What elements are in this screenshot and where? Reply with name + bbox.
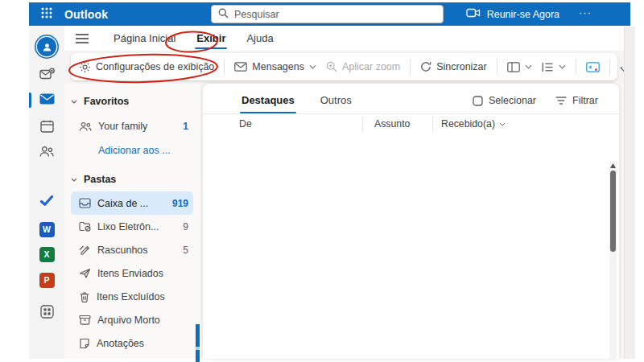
outlook-window: Outlook Reunir-se Agora ··· (0, 0, 644, 362)
topbar-more-button[interactable]: ··· (579, 6, 592, 22)
chevron-down-icon (71, 178, 77, 182)
column-from[interactable]: De (239, 118, 252, 130)
mail-icon (39, 93, 55, 108)
folder-count: 9 (183, 221, 188, 232)
add-to-favorites-link[interactable]: Adicionar aos ... (71, 138, 193, 162)
todo-check-icon (39, 195, 54, 210)
tab-outros[interactable]: Outros (319, 87, 353, 113)
new-mail-icon (39, 68, 55, 84)
top-bar: Outlook Reunir-se Agora ··· (29, 2, 630, 26)
left-app-rail: W X P (29, 26, 64, 359)
people-icon (39, 146, 54, 161)
app-frame: Outlook Reunir-se Agora ··· (29, 2, 630, 359)
folders-section-header[interactable]: Pastas (71, 171, 200, 187)
add-to-favorites-label: Adicionar aos ... (98, 145, 171, 156)
sync-label: Sincronizar (436, 61, 487, 72)
rail-word-tab[interactable]: W (29, 220, 64, 239)
display-settings-button[interactable]: Configurações de exibição (79, 61, 214, 73)
tab-exibir[interactable]: Exibir (189, 28, 233, 48)
app-title: Outlook (64, 8, 108, 21)
folder-item-archive[interactable]: Arquivo Morto (71, 308, 193, 331)
apply-zoom-label: Aplicar zoom (342, 61, 400, 72)
content-area: Favoritos Your family 1 Adicionar aos ..… (64, 84, 630, 359)
app-launcher-button[interactable] (29, 2, 64, 26)
folder-item-inbox[interactable]: Caixa de ... 919 (71, 191, 193, 215)
avatar-icon (37, 37, 56, 56)
folder-item-junk[interactable]: Lixo Eletrôn... 9 (71, 215, 193, 238)
sync-icon (420, 61, 431, 72)
favorites-section-header[interactable]: Favoritos (71, 93, 200, 109)
folder-label: Rascunhos (97, 245, 176, 256)
send-icon (79, 268, 91, 278)
density-button[interactable] (542, 62, 566, 72)
folder-item-deleted[interactable]: Itens Excluídos (71, 285, 193, 308)
word-icon: W (39, 222, 55, 237)
hamburger-menu-button[interactable] (76, 34, 89, 43)
column-separator (362, 117, 363, 132)
message-list-header: Destaques Outros Selecionar (203, 84, 619, 114)
ribbon-separator (497, 59, 497, 75)
favorite-count: 1 (183, 121, 188, 132)
checkbox-icon (473, 96, 483, 106)
immersive-reader-icon (586, 62, 600, 72)
ribbon-separator (576, 59, 576, 75)
ribbon-toolbar: Configurações de exibição Mensagens (71, 53, 617, 80)
column-separator (432, 117, 433, 132)
waffle-icon (41, 7, 52, 22)
list-scrollbar-thumb[interactable] (610, 171, 616, 252)
window-scrollbar-strip[interactable] (624, 27, 635, 359)
chevron-down-icon (309, 64, 316, 69)
column-received-label: Recebido(a) (441, 118, 495, 130)
filter-button[interactable]: Filtrar (555, 95, 598, 106)
rail-more-apps[interactable] (29, 303, 64, 323)
favorite-label: Your family (98, 121, 176, 132)
account-avatar[interactable] (29, 37, 64, 56)
folder-item-drafts[interactable]: Rascunhos 5 (71, 238, 193, 261)
messages-button[interactable]: Mensagens (234, 61, 316, 72)
powerpoint-icon: P (39, 273, 55, 288)
immersive-reader-button[interactable] (586, 62, 600, 72)
folder-count: 5 (183, 245, 188, 256)
rail-powerpoint-tab[interactable]: P (29, 270, 64, 290)
column-from-label: De (239, 118, 252, 130)
meet-now-button[interactable]: Reunir-se Agora (466, 8, 559, 20)
rail-todo-tab[interactable] (29, 192, 64, 212)
filter-icon (555, 97, 567, 105)
apply-zoom-button: Aplicar zoom (326, 61, 400, 72)
folder-item-sent[interactable]: Itens Enviados (71, 261, 193, 285)
topbar-actions: Reunir-se Agora ··· (466, 2, 592, 26)
pane-resize-handle[interactable] (196, 324, 200, 362)
layout-panes-icon (507, 62, 520, 72)
chevron-down-icon (559, 64, 566, 69)
junk-folder-icon (79, 221, 91, 232)
folder-label: Caixa de ... (97, 198, 166, 209)
column-subject-label: Assunto (374, 118, 410, 130)
column-subject[interactable]: Assunto (374, 118, 410, 130)
ribbon-separator (609, 59, 610, 75)
column-received[interactable]: Recebido(a) (441, 118, 506, 130)
folder-label: Lixo Eletrôn... (97, 221, 176, 232)
search-input[interactable] (234, 9, 436, 20)
tab-destaques[interactable]: Destaques (240, 87, 296, 113)
search-box[interactable] (211, 5, 444, 23)
display-settings-label: Configurações de exibição (96, 61, 214, 72)
folder-label: Itens Enviados (97, 268, 188, 279)
rail-mail-tab[interactable] (29, 91, 64, 110)
folder-pane: Favoritos Your family 1 Adicionar aos ..… (64, 84, 200, 359)
scrollbar-up-arrow[interactable] (610, 163, 616, 168)
ribbon-separator (410, 59, 411, 75)
favorite-item-your-family[interactable]: Your family 1 (71, 114, 193, 138)
rail-excel-tab[interactable]: X (29, 245, 64, 264)
rail-calendar-tab[interactable] (29, 118, 64, 138)
tab-ajuda[interactable]: Ajuda (239, 28, 280, 48)
tab-pagina-inicial[interactable]: Página Inicial (106, 28, 183, 48)
more-apps-icon (40, 305, 54, 322)
layout-button[interactable] (507, 62, 532, 72)
select-button[interactable]: Selecionar (473, 95, 536, 106)
folder-item-notes[interactable]: Anotações (71, 331, 193, 355)
messages-label: Mensagens (252, 61, 304, 72)
folder-count: 919 (172, 198, 188, 209)
new-mail-button[interactable] (29, 66, 64, 85)
sync-button[interactable]: Sincronizar (420, 61, 487, 72)
rail-people-tab[interactable] (29, 143, 64, 162)
